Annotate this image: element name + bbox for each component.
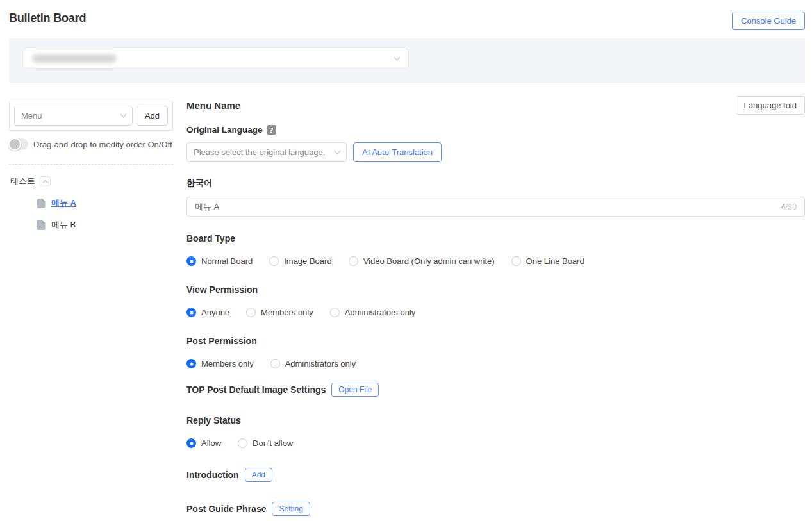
introduction-label: Introduction [186,470,239,480]
chevron-down-icon [335,148,341,154]
tree-item-menu-b[interactable]: 메뉴 B [9,219,173,231]
bulletin-board-page: Bulletin Board Console Guide Menu Add [0,0,812,516]
introduction-add-button[interactable]: Add [245,468,272,482]
radio-selected-icon [186,359,196,368]
radio-label: Allow [201,438,221,448]
radio-label: Image Board [284,256,331,266]
top-post-image-label: TOP Post Default Image Settings [186,385,326,395]
radio-view-administrators-only[interactable]: Administrators only [330,308,416,317]
original-language-label: Original Language [186,125,263,135]
toggle-knob-icon [8,138,21,151]
radio-view-anyone[interactable]: Anyone [186,308,229,317]
korean-menu-name-value: 메뉴 A [195,201,781,213]
radio-post-administrators-only[interactable]: Administrators only [270,359,356,368]
view-permission-label: View Permission [186,285,805,295]
post-guide-setting-button[interactable]: Setting [272,502,310,516]
add-menu-button[interactable]: Add [137,106,168,126]
radio-one-line-board[interactable]: One Line Board [511,256,584,266]
radio-label: Don't allow [253,438,293,448]
introduction-row: Introduction Add [186,468,805,482]
tree-item-menu-a[interactable]: 메뉴 A [9,197,173,209]
radio-image-board[interactable]: Image Board [269,256,331,266]
drag-order-toggle[interactable] [9,138,28,150]
korean-label: 한국어 [186,178,805,189]
radio-view-members-only[interactable]: Members only [246,308,313,317]
radio-icon [238,438,247,448]
board-type-label: Board Type [186,233,805,244]
site-selector-panel [9,38,805,83]
radio-icon [246,308,256,317]
page-header: Bulletin Board Console Guide [9,0,805,30]
site-select-dropdown[interactable] [22,49,409,69]
file-icon [37,220,46,230]
radio-post-members-only[interactable]: Members only [186,359,254,368]
post-guide-phrase-row: Post Guide Phrase Setting [186,502,805,516]
ai-auto-translation-button[interactable]: AI Auto-Translation [353,142,442,162]
tree-group-row: 테스트 [9,176,173,187]
char-counter: 4/30 [781,203,797,211]
reply-status-label: Reply Status [186,415,805,426]
menu-type-select-value: Menu [21,111,42,120]
board-type-options: Normal Board Image Board Video Board (On… [186,256,805,266]
radio-label: Administrators only [345,308,416,317]
korean-menu-name-input[interactable]: 메뉴 A 4/30 [186,197,805,217]
original-language-select[interactable]: Please select the original language. [186,142,347,162]
radio-selected-icon [186,256,196,266]
menu-sidebar: Menu Add Drag-and-drop to modify order O… [9,96,173,516]
chevron-up-icon [42,179,47,185]
radio-icon [511,256,521,266]
file-icon [37,199,46,208]
reply-status-options: Allow Don't allow [186,438,805,448]
chevron-down-icon [120,112,127,118]
radio-label: Members only [261,308,313,317]
top-post-image-row: TOP Post Default Image Settings Open Fil… [186,383,805,397]
radio-normal-board[interactable]: Normal Board [186,256,253,266]
radio-label: Video Board (Only admin can write) [363,256,495,266]
radio-dont-allow[interactable]: Don't allow [238,438,293,448]
menu-add-box: Menu Add [9,101,173,131]
main-header: Menu Name Language fold [186,96,805,115]
menu-type-select[interactable]: Menu [14,106,133,126]
language-fold-button[interactable]: Language fold [736,96,805,115]
drag-toggle-label: Drag-and-drop to modify order On/Off [33,140,172,149]
collapse-group-button[interactable] [40,176,51,186]
open-file-button[interactable]: Open File [331,383,379,397]
page-title: Bulletin Board [9,12,86,25]
post-permission-options: Members only Administrators only [186,359,805,368]
radio-label: Anyone [201,308,229,317]
console-guide-button[interactable]: Console Guide [732,12,805,30]
tree-group-label[interactable]: 테스트 [10,176,35,187]
radio-icon [349,256,358,266]
original-language-controls: Please select the original language. AI … [186,142,805,162]
view-permission-options: Anyone Members only Administrators only [186,308,805,317]
radio-selected-icon [186,308,196,317]
original-language-row: Original Language ? [186,125,805,135]
post-guide-phrase-label: Post Guide Phrase [186,504,266,514]
radio-label: Members only [201,359,254,368]
tree-item-label: 메뉴 B [51,219,76,231]
redacted-site-name [32,54,117,63]
radio-icon [330,308,340,317]
radio-video-board[interactable]: Video Board (Only admin can write) [349,256,495,266]
post-permission-label: Post Permission [186,336,805,346]
menu-tree: 테스트 메뉴 A 메뉴 B [9,176,173,231]
radio-icon [269,256,279,266]
radio-label: Administrators only [285,359,356,368]
original-language-select-value: Please select the original language. [194,147,325,157]
menu-settings-main: Menu Name Language fold Original Languag… [186,96,805,516]
drag-toggle-row: Drag-and-drop to modify order On/Off [9,138,173,150]
radio-label: Normal Board [201,256,253,266]
chevron-down-icon [394,54,401,61]
radio-icon [270,359,280,368]
tree-item-label: 메뉴 A [51,197,76,209]
radio-allow[interactable]: Allow [186,438,221,448]
menu-name-title: Menu Name [186,100,240,111]
radio-selected-icon [186,438,196,448]
radio-label: One Line Board [526,256,584,266]
sidebar-divider [9,164,173,165]
help-icon[interactable]: ? [267,125,276,135]
